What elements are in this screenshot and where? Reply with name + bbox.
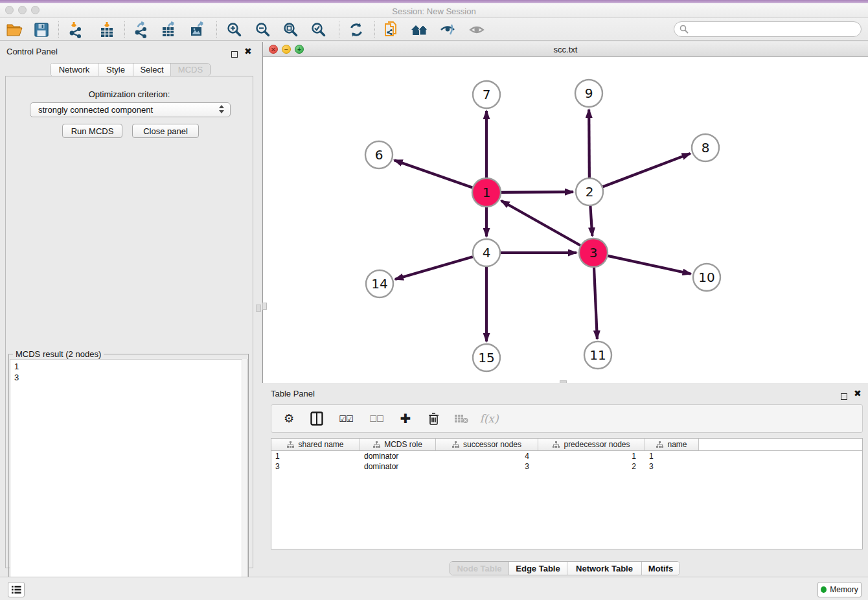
hide-panel-button[interactable] [439,21,457,38]
column-header-shared-name[interactable]: shared name [271,439,360,450]
network-graph[interactable]: 7968124314101511 [263,57,867,382]
zoom-fit-button[interactable] [282,21,300,38]
network-frame-titlebar[interactable]: ✕ − + scc.txt [263,42,868,57]
new-network-from-selection-button[interactable] [382,21,400,38]
import-network-button[interactable] [67,21,85,38]
import-table-icon [98,21,115,38]
graph-node-2[interactable]: 2 [576,178,603,205]
mcds-result-group: MCDS result (2 nodes) 1 3 [8,354,249,600]
export-table-icon [161,21,177,38]
table-row[interactable]: 3dominator323 [271,461,862,472]
graph-node-label: 8 [702,140,710,156]
run-mcds-button[interactable]: Run MCDS [62,124,122,138]
table-tab-network-table[interactable]: Network Table [567,562,642,575]
main-toolbar [0,18,868,41]
table-cell[interactable]: 1 [645,452,699,461]
apply-layout-button[interactable] [347,21,365,38]
tab-network[interactable]: Network [51,63,98,76]
graph-node-1[interactable]: 1 [472,178,501,207]
graph-edge-1-6[interactable] [394,160,473,187]
float-table-panel-icon[interactable] [841,391,847,402]
tab-mcds[interactable]: MCDS [171,63,210,76]
node-table[interactable]: shared nameMCDS rolesuccessor nodesprede… [271,438,863,549]
graph-node-4[interactable]: 4 [473,239,500,266]
close-table-panel-icon[interactable]: ✖ [854,389,862,397]
open-session-button[interactable] [5,21,23,38]
graph-node-9[interactable]: 9 [575,80,602,107]
delete-table-icon [454,413,468,424]
table-cell[interactable]: 1 [271,452,360,461]
graph-edge-2-9[interactable] [589,110,589,178]
column-header-predecessor-nodes[interactable]: predecessor nodes [538,439,645,450]
column-header-successor-nodes[interactable]: successor nodes [436,439,538,450]
tab-style[interactable]: Style [98,63,133,76]
table-cell[interactable]: dominator [360,462,436,471]
table-cell[interactable]: 1 [538,452,645,461]
table-cell[interactable]: 3 [645,462,699,471]
left-splitter-grip[interactable] [262,303,267,310]
graph-node-15[interactable]: 15 [473,344,500,371]
graph-node-3[interactable]: 3 [579,238,608,267]
show-all-panels-button[interactable] [411,21,429,38]
zoom-selected-button[interactable] [310,21,328,38]
graph-node-7[interactable]: 7 [473,81,500,108]
memory-button[interactable]: Memory [817,582,862,597]
graph-edge-4-14[interactable] [395,257,473,279]
table-cell[interactable]: 3 [436,462,538,471]
graph-edge-3-1[interactable] [501,201,580,246]
session-title: Session: New Session [0,6,868,16]
criterion-dropdown[interactable]: strongly connected component [30,102,231,117]
table-cell[interactable]: 4 [436,452,538,461]
export-image-button[interactable] [188,21,207,38]
graph-node-11[interactable]: 11 [584,341,611,369]
table-panel: Table Panel ✖ ⚙ ☑☑ ☐☐ ✚ [262,383,868,577]
mcds-result-list[interactable]: 1 3 [10,359,248,600]
table-settings-button[interactable]: ⚙ [280,410,297,427]
table-cell[interactable]: 3 [271,462,360,471]
column-type-icon [373,441,380,448]
table-tab-motifs[interactable]: Motifs [642,562,680,575]
graph-edge-1-2[interactable] [501,192,573,192]
zoom-out-button[interactable] [254,21,272,38]
graph-edge-2-3[interactable] [590,206,592,236]
create-column-button[interactable]: ✚ [397,410,414,427]
show-panel-button[interactable] [468,21,486,38]
column-header-name[interactable]: name [645,439,699,450]
table-cell[interactable]: 2 [538,462,645,471]
export-network-button[interactable] [132,21,150,38]
memory-status-icon [821,586,827,593]
close-panel-button[interactable]: Close panel [132,124,199,138]
search-input[interactable] [692,23,861,36]
save-session-button[interactable] [32,21,51,38]
export-table-button[interactable] [160,21,178,38]
graph-node-label: 14 [371,276,387,292]
search-field[interactable] [674,21,862,37]
graph-edge-3-10[interactable] [608,256,691,274]
table-cell[interactable]: dominator [360,452,436,461]
graph-node-14[interactable]: 14 [366,270,393,297]
delete-column-button[interactable] [425,410,442,427]
splitter-grip[interactable] [256,305,261,312]
graph-edge-3-11[interactable] [594,268,597,339]
task-history-button[interactable] [8,582,25,597]
table-tab-node-table[interactable]: Node Table [450,562,509,575]
split-column-panel-button[interactable] [308,410,325,427]
status-bar: Memory [0,577,868,600]
vertical-splitter[interactable] [255,42,262,571]
result-scrollbar[interactable] [242,359,247,600]
float-panel-icon[interactable] [231,49,238,60]
select-all-columns-button[interactable]: ☑☑ [336,410,356,427]
close-panel-icon[interactable]: ✖ [244,47,252,55]
graph-node-8[interactable]: 8 [692,134,719,161]
tab-select[interactable]: Select [133,63,171,76]
import-table-button[interactable] [98,21,116,38]
column-header-MCDS-role[interactable]: MCDS role [360,439,436,450]
graph-edge-2-8[interactable] [603,154,691,187]
table-row[interactable]: 1dominator411 [271,451,862,461]
function-builder-button-disabled: f(x) [481,410,497,427]
graph-node-6[interactable]: 6 [365,141,393,168]
unselect-all-columns-button[interactable]: ☐☐ [367,410,386,427]
zoom-in-button[interactable] [225,21,244,38]
graph-node-10[interactable]: 10 [693,264,720,291]
table-tab-edge-table[interactable]: Edge Table [509,562,567,575]
